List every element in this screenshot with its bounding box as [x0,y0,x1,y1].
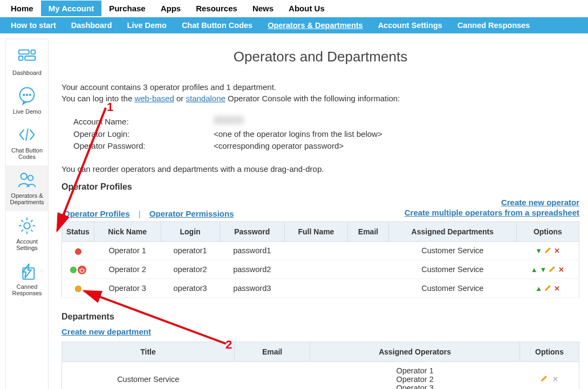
intro-line1: Your account contains 3 operator profile… [61,81,579,93]
dcol-assigned: Assigned Operators [310,342,520,362]
cell-email [348,241,389,260]
operator-profiles-heading: Operator Profiles [61,182,579,192]
tab-operator-permissions[interactable]: Operator Permissions [147,209,236,218]
svg-point-7 [30,94,31,95]
departments-table: Title Email Assigned Operators Options C… [61,342,579,389]
cell-options: ▼✕ [516,241,579,260]
status-dot-icon [75,248,81,255]
svg-rect-3 [25,56,35,60]
table-row[interactable]: Operator 2operator2password2Customer Ser… [62,260,579,279]
link-create-department[interactable]: Create new department [61,327,151,336]
sidebar-item-label: Operators & Departments [7,192,47,205]
cell-login: operator2 [161,260,220,279]
nav-about[interactable]: About Us [281,1,332,16]
sidebar-item-operators-departments[interactable]: Operators & Departments [6,165,48,211]
nav-resources[interactable]: Resources [188,1,245,16]
intro-text: Your account contains 3 operator profile… [61,81,579,104]
move-down-icon[interactable]: ▼ [535,247,542,255]
delete-icon[interactable]: ✕ [554,247,560,255]
intro-part: Operator Console with the following info… [225,94,400,103]
subnav-canned-responses[interactable]: Canned Responses [450,21,538,30]
operator-login-value: <one of the operator logins from the lis… [214,128,579,141]
account-name-value-blurred [214,116,244,124]
subnav-live-demo[interactable]: Live Demo [120,21,174,30]
svg-point-10 [24,223,30,228]
subnav-operators-departments[interactable]: Operators & Departments [260,21,370,30]
sidebar-item-label: Account Settings [7,238,47,251]
force-logout-icon[interactable] [78,266,86,274]
table-row[interactable]: Operator 1operator1password1Customer Ser… [62,241,579,260]
delete-icon[interactable]: ✕ [554,284,560,293]
nav-apps[interactable]: Apps [153,1,189,16]
svg-rect-2 [19,56,23,60]
subnav-chat-button-codes[interactable]: Chat Button Codes [174,21,260,30]
cell-login: operator1 [161,241,220,260]
subnav-dashboard[interactable]: Dashboard [64,21,120,30]
svg-point-5 [23,94,24,95]
svg-rect-1 [31,50,36,54]
subnav-account-settings[interactable]: Account Settings [371,21,450,30]
svg-rect-0 [19,50,29,54]
dashboard-icon [17,47,37,67]
status-dot-icon [75,286,81,292]
cell-email [348,260,389,279]
col-email: Email [348,221,389,241]
delete-icon[interactable]: ✕ [558,266,564,274]
move-up-icon[interactable]: ▲ [535,284,542,293]
cell-assigned: Customer Service [388,241,516,260]
edit-icon[interactable] [549,265,556,274]
intro-part: You can log into the [61,94,134,103]
reorder-hint: You can reorder operators and department… [61,164,579,173]
move-up-icon[interactable]: ▲ [531,266,538,274]
sidebar-item-account-settings[interactable]: Account Settings [6,211,48,256]
cell-fullname [284,260,347,279]
edit-icon[interactable] [541,374,548,384]
sidebar-item-dashboard[interactable]: Dashboard [6,43,48,81]
nav-purchase[interactable]: Purchase [101,1,153,16]
cell-email [348,279,389,297]
tab-operator-profiles[interactable]: Operator Profiles [61,209,132,218]
edit-icon[interactable] [544,284,552,293]
svg-point-6 [26,94,28,95]
cell-password: password2 [220,260,284,279]
sidebar-item-chat-button-codes[interactable]: Chat Button Codes [6,120,48,165]
cell-assigned: Customer Service [388,260,516,279]
operators-table: Status Nick Name Login Password Full Nam… [61,221,579,298]
people-icon [17,170,37,190]
link-standalone[interactable]: standalone [186,94,225,103]
cell-email [235,362,310,389]
link-create-operator[interactable]: Create new operator [405,197,579,208]
sidebar-item-canned-responses[interactable]: Canned Responses [6,256,48,302]
sidebar-item-live-demo[interactable]: Live Demo [6,81,48,120]
nav-my-account[interactable]: My Account [41,1,101,16]
cell-password: password3 [220,279,284,297]
cell-fullname [284,241,347,260]
dcol-email: Email [235,342,310,362]
link-web-based[interactable]: web-based [134,94,174,103]
col-status: Status [62,221,94,241]
subnav-how-to-start[interactable]: How to start [3,21,64,30]
col-fullname: Full Name [284,221,347,241]
col-assigned: Assigned Departments [388,221,516,241]
move-down-icon[interactable]: ▼ [540,266,547,274]
nav-news[interactable]: News [245,1,281,16]
col-login: Login [161,221,220,241]
cell-options: ▲▼✕ [516,260,579,279]
gear-icon [17,216,37,236]
departments-heading: Departments [61,312,579,322]
table-row[interactable]: Operator 3operator3password3Customer Ser… [62,279,579,297]
link-create-multiple-operators[interactable]: Create multiple operators from a spreads… [405,207,579,218]
col-options: Options [516,221,579,241]
cell-login: operator3 [161,279,220,297]
table-row[interactable]: Customer ServiceOperator 1Operator 2Oper… [62,362,579,389]
col-nick: Nick Name [94,221,161,241]
edit-icon[interactable] [544,246,552,255]
operator-login-label: Operator Login: [73,128,214,141]
nav-home[interactable]: Home [3,1,41,16]
canned-icon [17,261,37,281]
status-dot-icon [70,267,77,273]
dcol-options: Options [520,342,579,362]
operator-password-value: <corresponding operator password> [214,140,579,152]
code-icon [17,124,37,145]
svg-point-9 [28,176,33,181]
